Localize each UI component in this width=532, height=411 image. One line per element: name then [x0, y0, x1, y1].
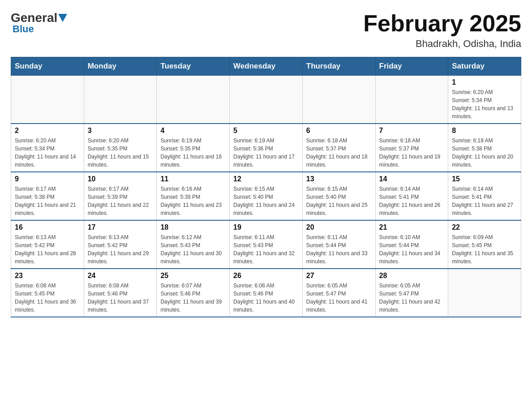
day-number: 14 — [379, 175, 445, 183]
calendar-cell — [230, 76, 303, 124]
day-info: Sunrise: 6:15 AMSunset: 5:40 PMDaylight:… — [306, 185, 372, 217]
day-number: 16 — [15, 223, 80, 231]
weekday-header-tuesday: Tuesday — [157, 57, 230, 76]
day-info: Sunrise: 6:08 AMSunset: 5:45 PMDaylight:… — [15, 282, 80, 314]
day-info: Sunrise: 6:08 AMSunset: 5:46 PMDaylight:… — [88, 282, 153, 314]
calendar-cell — [157, 76, 230, 124]
day-number: 11 — [160, 175, 226, 183]
day-number: 23 — [15, 272, 80, 280]
calendar-week-4: 16Sunrise: 6:13 AMSunset: 5:42 PMDayligh… — [11, 220, 521, 269]
calendar-cell: 2Sunrise: 6:20 AMSunset: 5:34 PMDaylight… — [11, 124, 84, 172]
calendar-week-3: 9Sunrise: 6:17 AMSunset: 5:38 PMDaylight… — [11, 172, 521, 220]
weekday-header-sunday: Sunday — [11, 57, 84, 76]
day-info: Sunrise: 6:15 AMSunset: 5:40 PMDaylight:… — [233, 185, 299, 217]
calendar-cell: 1Sunrise: 6:20 AMSunset: 5:34 PMDaylight… — [448, 76, 521, 124]
day-info: Sunrise: 6:14 AMSunset: 5:41 PMDaylight:… — [379, 185, 445, 217]
logo-blue-text: Blue — [13, 23, 34, 35]
calendar-table: SundayMondayTuesdayWednesdayThursdayFrid… — [11, 57, 521, 317]
day-number: 7 — [379, 127, 445, 135]
calendar-cell: 24Sunrise: 6:08 AMSunset: 5:46 PMDayligh… — [84, 269, 157, 317]
day-number: 8 — [452, 127, 517, 135]
day-number: 21 — [379, 223, 445, 231]
calendar-cell — [448, 269, 521, 317]
calendar-cell — [375, 76, 448, 124]
weekday-header-thursday: Thursday — [302, 57, 375, 76]
logo-arrow-icon — [58, 14, 67, 22]
day-number: 22 — [452, 223, 517, 231]
calendar-cell: 22Sunrise: 6:09 AMSunset: 5:45 PMDayligh… — [448, 220, 521, 269]
title-block: February 2025 Bhadrakh, Odisha, India — [363, 11, 521, 50]
calendar-cell: 18Sunrise: 6:12 AMSunset: 5:43 PMDayligh… — [157, 220, 230, 269]
calendar-body: 1Sunrise: 6:20 AMSunset: 5:34 PMDaylight… — [11, 76, 521, 317]
calendar-cell: 10Sunrise: 6:17 AMSunset: 5:39 PMDayligh… — [84, 172, 157, 220]
page-subtitle: Bhadrakh, Odisha, India — [363, 38, 521, 50]
calendar-cell: 13Sunrise: 6:15 AMSunset: 5:40 PMDayligh… — [302, 172, 375, 220]
page-header: General Blue February 2025 Bhadrakh, Odi… — [11, 11, 521, 50]
day-info: Sunrise: 6:17 AMSunset: 5:39 PMDaylight:… — [88, 185, 153, 217]
calendar-cell: 12Sunrise: 6:15 AMSunset: 5:40 PMDayligh… — [230, 172, 303, 220]
calendar-cell: 9Sunrise: 6:17 AMSunset: 5:38 PMDaylight… — [11, 172, 84, 220]
day-info: Sunrise: 6:05 AMSunset: 5:47 PMDaylight:… — [306, 282, 372, 314]
calendar-cell: 16Sunrise: 6:13 AMSunset: 5:42 PMDayligh… — [11, 220, 84, 269]
day-number: 1 — [452, 78, 517, 86]
calendar-cell: 19Sunrise: 6:11 AMSunset: 5:43 PMDayligh… — [230, 220, 303, 269]
day-info: Sunrise: 6:11 AMSunset: 5:44 PMDaylight:… — [306, 233, 372, 265]
calendar-cell: 11Sunrise: 6:16 AMSunset: 5:39 PMDayligh… — [157, 172, 230, 220]
calendar-header: SundayMondayTuesdayWednesdayThursdayFrid… — [11, 57, 521, 76]
calendar-cell: 8Sunrise: 6:18 AMSunset: 5:38 PMDaylight… — [448, 124, 521, 172]
calendar-cell: 6Sunrise: 6:18 AMSunset: 5:37 PMDaylight… — [302, 124, 375, 172]
day-info: Sunrise: 6:10 AMSunset: 5:44 PMDaylight:… — [379, 233, 445, 265]
day-info: Sunrise: 6:13 AMSunset: 5:42 PMDaylight:… — [15, 233, 80, 265]
day-info: Sunrise: 6:19 AMSunset: 5:36 PMDaylight:… — [233, 137, 299, 169]
calendar-cell: 15Sunrise: 6:14 AMSunset: 5:41 PMDayligh… — [448, 172, 521, 220]
day-info: Sunrise: 6:05 AMSunset: 5:47 PMDaylight:… — [379, 282, 445, 314]
day-info: Sunrise: 6:16 AMSunset: 5:39 PMDaylight:… — [160, 185, 226, 217]
day-number: 5 — [233, 127, 299, 135]
calendar-cell: 3Sunrise: 6:20 AMSunset: 5:35 PMDaylight… — [84, 124, 157, 172]
day-info: Sunrise: 6:14 AMSunset: 5:41 PMDaylight:… — [452, 185, 517, 217]
calendar-cell: 28Sunrise: 6:05 AMSunset: 5:47 PMDayligh… — [375, 269, 448, 317]
calendar-cell — [11, 76, 84, 124]
day-info: Sunrise: 6:18 AMSunset: 5:38 PMDaylight:… — [452, 137, 517, 169]
day-info: Sunrise: 6:12 AMSunset: 5:43 PMDaylight:… — [160, 233, 226, 265]
weekday-row: SundayMondayTuesdayWednesdayThursdayFrid… — [11, 57, 521, 76]
calendar-cell — [302, 76, 375, 124]
day-info: Sunrise: 6:20 AMSunset: 5:34 PMDaylight:… — [452, 88, 517, 120]
day-number: 24 — [88, 272, 153, 280]
day-number: 19 — [233, 223, 299, 231]
day-info: Sunrise: 6:18 AMSunset: 5:37 PMDaylight:… — [379, 137, 445, 169]
day-info: Sunrise: 6:09 AMSunset: 5:45 PMDaylight:… — [452, 233, 517, 265]
day-number: 13 — [306, 175, 372, 183]
day-info: Sunrise: 6:18 AMSunset: 5:37 PMDaylight:… — [306, 137, 372, 169]
day-number: 28 — [379, 272, 445, 280]
weekday-header-saturday: Saturday — [448, 57, 521, 76]
day-info: Sunrise: 6:07 AMSunset: 5:46 PMDaylight:… — [160, 282, 226, 314]
day-number: 17 — [88, 223, 153, 231]
calendar-week-5: 23Sunrise: 6:08 AMSunset: 5:45 PMDayligh… — [11, 269, 521, 317]
weekday-header-friday: Friday — [375, 57, 448, 76]
day-number: 6 — [306, 127, 372, 135]
calendar-cell: 21Sunrise: 6:10 AMSunset: 5:44 PMDayligh… — [375, 220, 448, 269]
day-number: 12 — [233, 175, 299, 183]
day-info: Sunrise: 6:20 AMSunset: 5:35 PMDaylight:… — [88, 137, 153, 169]
calendar-cell: 4Sunrise: 6:19 AMSunset: 5:35 PMDaylight… — [157, 124, 230, 172]
day-number: 18 — [160, 223, 226, 231]
day-number: 3 — [88, 127, 153, 135]
weekday-header-wednesday: Wednesday — [230, 57, 303, 76]
day-info: Sunrise: 6:17 AMSunset: 5:38 PMDaylight:… — [15, 185, 80, 217]
day-number: 20 — [306, 223, 372, 231]
calendar-week-1: 1Sunrise: 6:20 AMSunset: 5:34 PMDaylight… — [11, 76, 521, 124]
day-number: 15 — [452, 175, 517, 183]
logo: General Blue — [11, 11, 67, 35]
day-number: 26 — [233, 272, 299, 280]
day-number: 10 — [88, 175, 153, 183]
calendar-cell: 17Sunrise: 6:13 AMSunset: 5:42 PMDayligh… — [84, 220, 157, 269]
calendar-cell: 23Sunrise: 6:08 AMSunset: 5:45 PMDayligh… — [11, 269, 84, 317]
day-info: Sunrise: 6:19 AMSunset: 5:35 PMDaylight:… — [160, 137, 226, 169]
calendar-week-2: 2Sunrise: 6:20 AMSunset: 5:34 PMDaylight… — [11, 124, 521, 172]
day-info: Sunrise: 6:13 AMSunset: 5:42 PMDaylight:… — [88, 233, 153, 265]
day-number: 2 — [15, 127, 80, 135]
day-number: 25 — [160, 272, 226, 280]
day-info: Sunrise: 6:11 AMSunset: 5:43 PMDaylight:… — [233, 233, 299, 265]
calendar-cell: 27Sunrise: 6:05 AMSunset: 5:47 PMDayligh… — [302, 269, 375, 317]
